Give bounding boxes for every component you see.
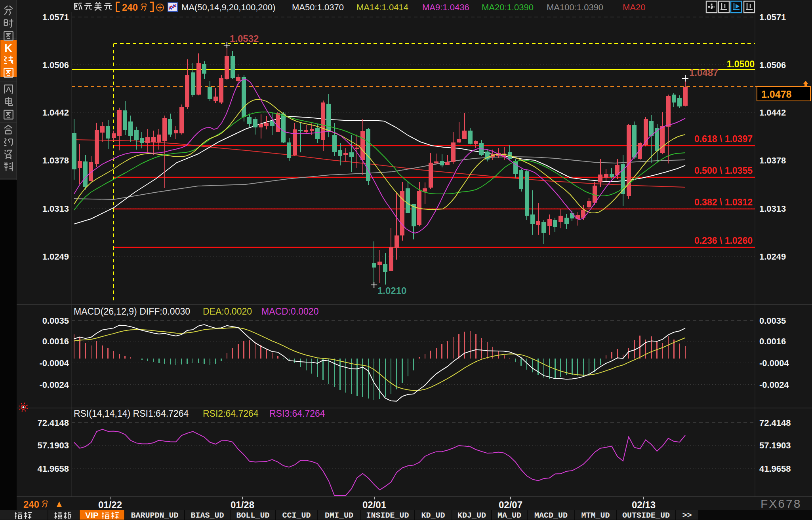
svg-text:RSI2:64.7264: RSI2:64.7264 [203, 408, 259, 419]
svg-text:-0.0024: -0.0024 [39, 380, 69, 390]
svg-text:240: 240 [23, 499, 39, 510]
svg-text:0.618 \ 1.0397: 0.618 \ 1.0397 [694, 134, 753, 144]
svg-text:BARUPDN_UD: BARUPDN_UD [131, 511, 178, 520]
svg-text:MA(50,14,9,20,100,200): MA(50,14,9,20,100,200) [181, 2, 275, 12]
svg-text:1.0378: 1.0378 [759, 156, 786, 165]
svg-text:41.9658: 41.9658 [759, 464, 791, 474]
svg-text:1.0506: 1.0506 [42, 60, 69, 70]
svg-text:1.0571: 1.0571 [759, 12, 786, 22]
svg-text:01/22: 01/22 [98, 499, 122, 510]
svg-text:1.0487: 1.0487 [689, 67, 718, 78]
svg-text:-0.0004: -0.0004 [39, 358, 69, 368]
svg-text:>>: >> [682, 511, 692, 520]
svg-text:K: K [4, 42, 12, 54]
svg-text:MA9:1.0436: MA9:1.0436 [422, 2, 469, 12]
svg-text:1.0313: 1.0313 [42, 204, 69, 214]
svg-text:02/01: 02/01 [362, 499, 386, 510]
svg-text:DEA:0.0020: DEA:0.0020 [203, 306, 252, 317]
svg-text:1.0571: 1.0571 [42, 12, 69, 22]
svg-text:VIP: VIP [85, 511, 99, 520]
svg-text:OUTSIDE_UD: OUTSIDE_UD [622, 511, 670, 520]
svg-text:MACD:0.0020: MACD:0.0020 [261, 306, 318, 317]
svg-text:DMI_UD: DMI_UD [325, 511, 353, 520]
svg-text:1.0442: 1.0442 [42, 108, 69, 118]
svg-text:MTM_UD: MTM_UD [581, 511, 610, 520]
svg-text:1.0249: 1.0249 [759, 252, 786, 262]
svg-text:1.0442: 1.0442 [759, 108, 786, 118]
svg-text:MA_UD: MA_UD [497, 511, 521, 520]
svg-text:BIAS_UD: BIAS_UD [191, 511, 224, 520]
svg-text:1.0478: 1.0478 [761, 89, 792, 100]
svg-text:1.0249: 1.0249 [42, 252, 69, 262]
svg-text:-0.0024: -0.0024 [759, 380, 789, 390]
svg-text:MA100:1.0390: MA100:1.0390 [547, 2, 603, 12]
svg-text:1.0506: 1.0506 [759, 60, 786, 70]
svg-text:MA14:1.0414: MA14:1.0414 [356, 2, 408, 12]
svg-text:240: 240 [122, 2, 138, 13]
svg-text:1.0313: 1.0313 [759, 204, 786, 214]
svg-text:MACD(26,12,9) DIFF:0.0030: MACD(26,12,9) DIFF:0.0030 [74, 306, 190, 317]
svg-text:0.236 \ 1.0260: 0.236 \ 1.0260 [694, 235, 753, 246]
svg-text:41.9658: 41.9658 [37, 464, 69, 474]
svg-text:01/28: 01/28 [231, 499, 254, 510]
svg-text:57.1903: 57.1903 [37, 440, 69, 450]
svg-text:72.4148: 72.4148 [37, 418, 69, 428]
svg-text:0.0035: 0.0035 [42, 316, 69, 326]
svg-text:-0.0004: -0.0004 [759, 358, 789, 368]
svg-text:BOLL_UD: BOLL_UD [236, 511, 269, 520]
svg-text:1.0532: 1.0532 [230, 33, 259, 44]
svg-text:1.0378: 1.0378 [42, 156, 69, 165]
svg-text:0.0016: 0.0016 [42, 336, 69, 346]
svg-text:02/13: 02/13 [632, 499, 656, 510]
svg-text:57.1903: 57.1903 [759, 440, 791, 450]
svg-text:MA20: MA20 [623, 2, 645, 12]
svg-text:02/07: 02/07 [499, 499, 522, 510]
svg-text:MA50:1.0370: MA50:1.0370 [292, 2, 344, 12]
svg-text:KDJ_UD: KDJ_UD [457, 511, 486, 520]
svg-text:72.4148: 72.4148 [759, 418, 791, 428]
svg-text:1.0210: 1.0210 [377, 285, 406, 296]
svg-text:INSIDE_UD: INSIDE_UD [366, 511, 409, 520]
svg-text:RSI3:64.7264: RSI3:64.7264 [269, 408, 325, 419]
svg-text:KD_UD: KD_UD [421, 511, 445, 520]
svg-text:0.0016: 0.0016 [759, 336, 786, 346]
svg-text:1.0500: 1.0500 [727, 59, 755, 69]
svg-text:0.500 \ 1.0355: 0.500 \ 1.0355 [694, 165, 753, 176]
svg-text:MACD_UD: MACD_UD [534, 511, 568, 520]
svg-text:RSI(14,14,14) RSI1:64.7264: RSI(14,14,14) RSI1:64.7264 [74, 408, 189, 419]
svg-text:0.0035: 0.0035 [759, 316, 786, 326]
svg-text:FX678: FX678 [761, 497, 801, 510]
svg-text:0.382 \ 1.0312: 0.382 \ 1.0312 [694, 197, 753, 207]
svg-text:MA20:1.0390: MA20:1.0390 [482, 2, 534, 12]
svg-text:CCI_UD: CCI_UD [282, 511, 311, 520]
